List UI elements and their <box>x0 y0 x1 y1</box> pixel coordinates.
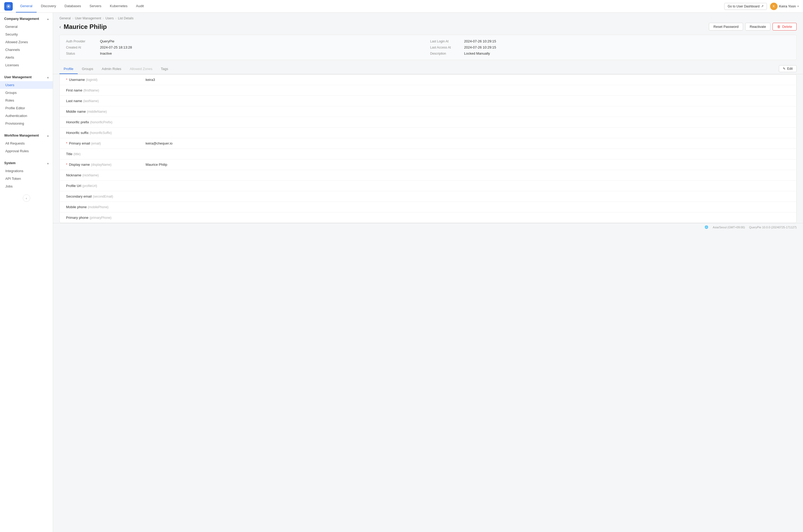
profile-row-display-name: *Display name (displayName)Maurice Phili… <box>60 159 796 170</box>
field-value-primary-email: keira@chequer.io <box>146 141 790 145</box>
chevron-down-icon: ▾ <box>798 5 799 8</box>
profile-label-middle-name: Middle name (middleName) <box>66 110 146 114</box>
sidebar-item-roles[interactable]: Roles <box>0 97 53 104</box>
tab-tags[interactable]: Tags <box>156 64 172 74</box>
sidebar-section-user-header[interactable]: User Management ▴ <box>0 73 53 81</box>
profile-label-first-name: First name (firstName) <box>66 88 146 92</box>
breadcrumb-list-details: List Details <box>118 16 134 20</box>
field-name-secondary-email: Secondary email <box>66 194 92 198</box>
field-key-title: (title) <box>74 152 81 156</box>
sidebar: Company Management ▴ General Security Al… <box>0 13 53 532</box>
info-auth-provider: Auth Provider QueryPie <box>66 39 426 43</box>
info-panel: Auth Provider QueryPie Last Login At 202… <box>59 35 797 60</box>
profile-row-honorific-suffix: Honorific suffix (honorificSuffix) <box>60 128 796 138</box>
profile-label-display-name: *Display name (displayName) <box>66 163 146 167</box>
sidebar-section-company-management: Company Management ▴ General Security Al… <box>0 13 53 71</box>
required-indicator-username: * <box>66 78 68 82</box>
main-layout: Company Management ▴ General Security Al… <box>0 13 803 532</box>
page-header-actions: Reset Password Reactivate 🗑 Delete <box>709 23 797 31</box>
sidebar-item-allowed-zones[interactable]: Allowed Zones <box>0 38 53 46</box>
info-last-login: Last Login At 2024-07-26 10:29:15 <box>430 39 790 43</box>
sidebar-item-approval-rules[interactable]: Approval Rules <box>0 147 53 155</box>
sidebar-item-jobs[interactable]: Jobs <box>0 183 53 190</box>
sidebar-item-all-requests[interactable]: All Requests <box>0 139 53 147</box>
info-description: Description Locked Manually <box>430 52 790 55</box>
sidebar-item-profile-editor[interactable]: Profile Editor <box>0 104 53 112</box>
tabs-bar: Profile Groups Admin Roles Allowed Zones… <box>53 64 803 74</box>
sidebar-item-users[interactable]: Users <box>0 81 53 89</box>
field-key-primary-phone: (primaryPhone) <box>90 216 112 220</box>
sidebar-section-workflow-management: Workflow Management ▴ All Requests Appro… <box>0 129 53 157</box>
profile-label-last-name: Last name (lastName) <box>66 99 146 103</box>
trash-icon: 🗑 <box>777 25 781 28</box>
sidebar-item-authentication[interactable]: Authentication <box>0 112 53 120</box>
field-key-primary-email: (email) <box>91 141 101 145</box>
sidebar-item-general[interactable]: General <box>0 23 53 31</box>
breadcrumb-users[interactable]: Users <box>105 16 114 20</box>
topnav-tab-servers[interactable]: Servers <box>85 0 106 13</box>
reset-password-button[interactable]: Reset Password <box>709 23 743 31</box>
user-menu[interactable]: K Keira Yoon ▾ <box>770 3 799 10</box>
field-key-mobile-phone: (mobilePhone) <box>88 205 109 209</box>
footer: 🌐 Asia/Seoul (GMT+09:00) QueryPie 10.0.0… <box>53 223 803 231</box>
profile-row-primary-phone: Primary phone (primaryPhone) <box>60 212 796 223</box>
field-key-middle-name: (middleName) <box>87 110 107 114</box>
profile-label-profile-url: Profile Url (profileUrl) <box>66 184 146 188</box>
sidebar-section-workflow-header[interactable]: Workflow Management ▴ <box>0 132 53 139</box>
topnav-tab-audit[interactable]: Audit <box>132 0 148 13</box>
sidebar-section-user-management: User Management ▴ Users Groups Roles Pro… <box>0 71 53 129</box>
profile-row-mobile-phone: Mobile phone (mobilePhone) <box>60 202 796 212</box>
edit-button[interactable]: ✎ Edit <box>779 65 797 72</box>
field-key-honorific-suffix: (honorificSuffix) <box>90 131 112 135</box>
breadcrumb-general[interactable]: General <box>59 16 71 20</box>
required-indicator-primary-email: * <box>66 141 68 145</box>
sidebar-item-alerts[interactable]: Alerts <box>0 54 53 61</box>
profile-row-profile-url: Profile Url (profileUrl) <box>60 180 796 191</box>
sidebar-collapse-button[interactable]: ‹ <box>23 194 30 202</box>
topnav-tab-general[interactable]: General <box>16 0 37 13</box>
breadcrumb-user-management[interactable]: User Management <box>75 16 101 20</box>
profile-label-nickname: Nickname (nickName) <box>66 173 146 177</box>
sidebar-item-security[interactable]: Security <box>0 31 53 38</box>
field-key-username: (loginId) <box>86 78 97 82</box>
breadcrumb: General › User Management › Users › List… <box>53 13 803 20</box>
field-name-honorific-suffix: Honorific suffix <box>66 131 89 135</box>
footer-version: QueryPie 10.0.0 (20240725-171127) <box>749 226 797 229</box>
tabs-list: Profile Groups Admin Roles Allowed Zones… <box>59 64 172 74</box>
avatar: K <box>770 3 778 10</box>
reactivate-button[interactable]: Reactivate <box>745 23 770 31</box>
go-to-user-dashboard-button[interactable]: Go to User Dashboard ↗ <box>724 3 767 10</box>
topnav-tab-kubernetes[interactable]: Kubernetes <box>106 0 132 13</box>
field-name-username: Username <box>69 78 85 82</box>
tab-groups[interactable]: Groups <box>78 64 98 74</box>
sidebar-section-company-header[interactable]: Company Management ▴ <box>0 15 53 23</box>
field-key-secondary-email: (secondEmail) <box>93 195 113 198</box>
field-name-display-name: Display name <box>69 163 90 167</box>
profile-row-title: Title (title) <box>60 149 796 159</box>
profile-row-last-name: Last name (lastName) <box>60 96 796 106</box>
topnav-tab-databases[interactable]: Databases <box>60 0 85 13</box>
sidebar-item-channels[interactable]: Channels <box>0 46 53 54</box>
sidebar-section-system-header[interactable]: System ▴ <box>0 159 53 167</box>
tab-profile[interactable]: Profile <box>59 64 78 74</box>
profile-fields-container: *Username (loginId)keira3First name (fir… <box>60 75 796 223</box>
field-name-profile-url: Profile Url <box>66 184 81 188</box>
tab-admin-roles[interactable]: Admin Roles <box>98 64 126 74</box>
profile-label-mobile-phone: Mobile phone (mobilePhone) <box>66 205 146 209</box>
sidebar-item-provisioning[interactable]: Provisioning <box>0 120 53 127</box>
sidebar-item-api-token[interactable]: API Token <box>0 175 53 183</box>
breadcrumb-sep-2: › <box>103 16 104 20</box>
sidebar-item-licenses[interactable]: Licenses <box>0 61 53 69</box>
delete-button[interactable]: 🗑 Delete <box>772 23 797 31</box>
field-name-primary-email: Primary email <box>69 141 90 145</box>
sidebar-item-groups[interactable]: Groups <box>0 89 53 97</box>
field-name-title: Title <box>66 152 72 156</box>
back-button[interactable]: ‹ <box>59 24 61 29</box>
sidebar-item-integrations[interactable]: Integrations <box>0 167 53 175</box>
field-name-mobile-phone: Mobile phone <box>66 205 87 209</box>
profile-row-username: *Username (loginId)keira3 <box>60 75 796 85</box>
field-value-username: keira3 <box>146 78 790 82</box>
topnav-tab-discovery[interactable]: Discovery <box>37 0 60 13</box>
field-key-honorific-prefix: (honorificPrefix) <box>90 120 112 124</box>
nav-tabs: GeneralDiscoveryDatabasesServersKubernet… <box>16 0 724 13</box>
